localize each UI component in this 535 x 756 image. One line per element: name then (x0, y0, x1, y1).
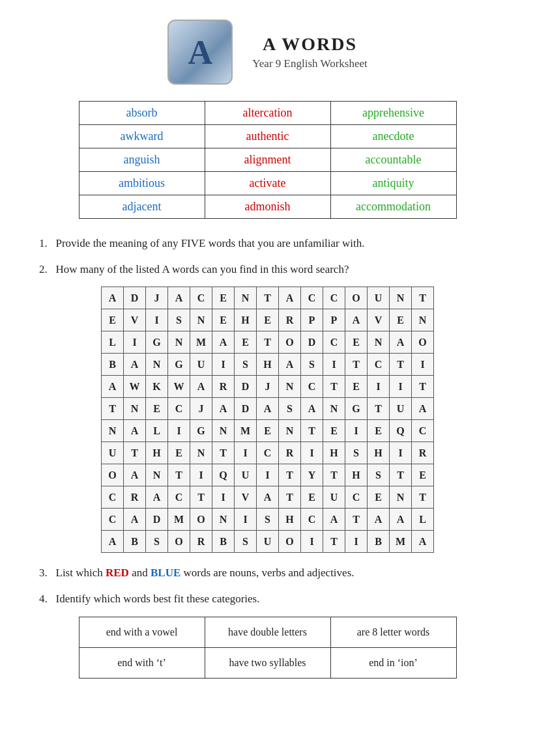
category-cell: have two syllables (205, 648, 330, 679)
word-search-cell: T (323, 464, 345, 486)
word-search-cell: N (390, 486, 412, 509)
word-search-cell: A (124, 509, 146, 531)
question-3-text-after: words are nouns, verbs and adjectives. (184, 567, 354, 579)
question-3-text-before: List which (56, 567, 106, 579)
question-1-number: 1. (39, 237, 53, 249)
word-search-cell: E (235, 331, 257, 354)
word-search-cell: C (190, 287, 212, 309)
word-search-cell: T (390, 354, 412, 376)
word-search-cell: T (345, 509, 368, 531)
word-table-cell: ambitious (79, 172, 205, 195)
category-cell: are 8 letter words (330, 617, 456, 648)
word-search-cell: A (257, 398, 279, 420)
word-search-cell: N (102, 420, 124, 442)
word-search-cell: S (368, 464, 390, 486)
word-search-cell: V (235, 486, 257, 509)
word-search-cell: H (345, 464, 368, 486)
word-search-cell: A (102, 531, 124, 553)
word-search-cell: H (368, 442, 390, 464)
word-search-cell: N (323, 398, 345, 420)
word-search-cell: A (390, 509, 412, 531)
word-search-cell: G (190, 420, 212, 442)
word-search-cell: S (235, 531, 257, 553)
word-search-cell: E (102, 309, 124, 331)
word-search-cell: D (124, 287, 146, 309)
question-4-number: 4. (39, 593, 53, 605)
word-search-cell: Q (212, 464, 235, 486)
word-search-cell: R (412, 442, 434, 464)
word-search-cell: E (257, 309, 279, 331)
header-text-block: A WORDS Year 9 English Worksheet (252, 34, 368, 70)
word-search-cell: G (345, 398, 368, 420)
word-table-cell: anecdote (330, 125, 456, 148)
word-search-cell: I (212, 354, 235, 376)
word-search-cell: J (257, 376, 279, 398)
word-search-cell: I (390, 442, 412, 464)
word-search-cell: N (146, 464, 168, 486)
word-search-cell: O (102, 464, 124, 486)
word-search-cell: E (168, 442, 190, 464)
word-search-cell: H (146, 442, 168, 464)
word-search-cell: T (257, 287, 279, 309)
word-search-cell: T (301, 420, 323, 442)
word-table-cell: antiquity (330, 172, 456, 195)
page-subtitle: Year 9 English Worksheet (252, 57, 368, 70)
word-search-cell: A (390, 331, 412, 354)
question-3-number: 3. (39, 567, 53, 579)
word-search-cell: A (190, 376, 212, 398)
word-search-cell: T (323, 376, 345, 398)
word-search-cell: L (102, 331, 124, 354)
word-search-cell: N (124, 398, 146, 420)
word-search-cell: U (190, 354, 212, 376)
word-search-cell: A (146, 486, 168, 509)
word-search-cell: A (257, 486, 279, 509)
word-search-cell: C (102, 486, 124, 509)
word-search-cell: A (102, 376, 124, 398)
word-search-cell: G (168, 354, 190, 376)
word-search-cell: U (368, 287, 390, 309)
question-3-text-middle: and (132, 567, 151, 579)
word-search-cell: H (279, 509, 301, 531)
word-table-cell: awkward (79, 125, 205, 148)
word-search-cell: T (323, 531, 345, 553)
word-search-cell: A (279, 287, 301, 309)
word-search-cell: A (102, 287, 124, 309)
word-search-cell: O (168, 531, 190, 553)
word-search-cell: E (301, 486, 323, 509)
word-search-cell: G (146, 331, 168, 354)
word-table-cell: anguish (79, 148, 205, 172)
question-2-text: How many of the listed A words can you f… (56, 263, 349, 275)
category-cell: end with ‘t’ (79, 648, 205, 679)
word-search-cell: N (390, 287, 412, 309)
word-search-cell: T (257, 331, 279, 354)
word-search-cell: S (301, 354, 323, 376)
word-search-cell: A (212, 398, 235, 420)
word-search-cell: O (279, 531, 301, 553)
word-search-cell: K (146, 376, 168, 398)
word-search-cell: C (368, 354, 390, 376)
word-search-cell: E (146, 398, 168, 420)
word-table-cell: accountable (330, 148, 456, 172)
word-search-cell: H (257, 354, 279, 376)
word-search-cell: A (168, 287, 190, 309)
page-header: A A WORDS Year 9 English Worksheet (33, 20, 502, 85)
word-search-cell: A (345, 309, 368, 331)
word-table-cell: altercation (205, 102, 330, 125)
question-4: 4. Identify which words best fit these c… (33, 591, 502, 608)
word-search-cell: N (190, 309, 212, 331)
category-table: end with a vowelhave double lettersare 8… (79, 617, 457, 679)
word-search-cell: C (168, 398, 190, 420)
word-search-cell: T (279, 486, 301, 509)
word-search-cell: S (279, 398, 301, 420)
word-search-cell: T (168, 464, 190, 486)
word-search-cell: R (212, 376, 235, 398)
word-search-cell: N (212, 420, 235, 442)
word-table-cell: adjacent (79, 195, 205, 219)
category-cell: end in ‘ion’ (330, 648, 456, 679)
word-table-cell: admonish (205, 195, 330, 219)
word-search-cell: U (323, 486, 345, 509)
word-search-cell: N (235, 287, 257, 309)
word-search-cell: I (301, 442, 323, 464)
word-search-cell: O (412, 331, 434, 354)
word-search-cell: I (235, 442, 257, 464)
